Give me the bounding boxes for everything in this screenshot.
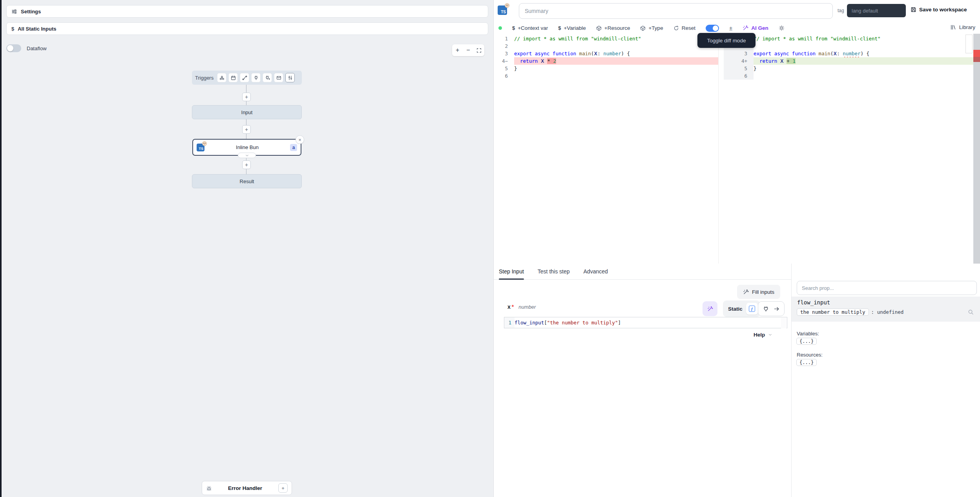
dataflow-row: Dataflow	[6, 44, 47, 52]
search-icon[interactable]	[968, 309, 974, 315]
bun-logo-icon	[505, 3, 509, 8]
package-icon	[640, 25, 646, 31]
code-line: 1// import * as wmill from "windmill-cli…	[494, 35, 718, 42]
line-number: 1	[504, 317, 515, 328]
custom-trigger-button[interactable]	[285, 73, 295, 82]
expression-scrollbar	[781, 318, 787, 328]
zoom-out-button[interactable]: −	[464, 46, 473, 55]
all-static-inputs-button[interactable]: $ All Static Inputs	[6, 22, 488, 35]
wand-icon	[707, 306, 713, 312]
zoom-in-button[interactable]: +	[453, 46, 462, 55]
summary-input[interactable]	[519, 3, 833, 19]
line-number: 1	[494, 35, 514, 42]
diff-original-pane[interactable]: 1// import * as wmill from "windmill-cli…	[494, 34, 718, 80]
add-type-button[interactable]: +Type	[640, 25, 663, 31]
expression-mode-button[interactable]: f	[746, 303, 758, 315]
step-node-inline-bun[interactable]: TS Inline Bun a ×	[192, 139, 301, 156]
editor-scrollbar[interactable]	[965, 35, 973, 53]
add-step-button[interactable]: +	[242, 125, 251, 134]
search-prop-input[interactable]	[797, 281, 977, 295]
step-editor-panel: TS tag Save to workspace $ +Context var …	[494, 0, 980, 497]
database-trigger-button[interactable]	[263, 73, 272, 82]
add-step-button[interactable]: +	[242, 93, 251, 101]
all-static-inputs-label: All Static Inputs	[18, 26, 56, 32]
diff-pane-separator	[718, 34, 724, 264]
delete-step-button[interactable]: ×	[296, 135, 304, 144]
variables-object-pill[interactable]: {...}	[796, 338, 817, 345]
tab-advanced[interactable]: Advanced	[584, 265, 608, 279]
library-button[interactable]: Library	[950, 24, 975, 30]
save-to-workspace-button[interactable]: Save to workspace	[911, 7, 967, 13]
resources-object-pill[interactable]: {...}	[796, 359, 817, 366]
dataflow-toggle[interactable]	[6, 44, 21, 52]
dollar-icon: $	[11, 26, 14, 32]
fill-inputs-button[interactable]: Fill inputs	[737, 285, 780, 299]
tab-step-input[interactable]: Step Input	[499, 265, 524, 279]
error-handler-node[interactable]: Error Handler +	[202, 481, 292, 495]
toggle-knob	[7, 45, 13, 51]
step-node-label: Inline Bun	[204, 144, 290, 150]
code-line: 2	[724, 42, 973, 50]
input-expression-editor[interactable]: 1flow_input["the number to multiply"]	[504, 317, 787, 328]
ai-fill-field-button[interactable]	[703, 301, 717, 316]
prop-key-pill[interactable]: the number to multiply	[797, 308, 869, 316]
line-number: 5	[724, 65, 754, 72]
tag-input[interactable]	[847, 4, 906, 17]
schedule-icon	[231, 75, 236, 80]
triggers-label: Triggers	[195, 75, 214, 81]
code-line: 1// import * as wmill from "windmill-cli…	[724, 35, 973, 42]
add-resource-button[interactable]: +Resource	[596, 25, 630, 31]
line-number: 6	[724, 72, 754, 80]
settings-button[interactable]: Settings	[6, 5, 488, 18]
connect-input-control	[758, 301, 785, 316]
save-icon	[911, 7, 916, 13]
tab-test-this-step[interactable]: Test this step	[538, 265, 570, 279]
webhook-trigger-button[interactable]	[217, 73, 226, 82]
input-node[interactable]: Input	[192, 105, 302, 119]
plug-icon[interactable]	[763, 306, 769, 312]
websocket-icon	[254, 75, 259, 80]
arrow-right-icon[interactable]	[774, 306, 779, 312]
code-line: 2	[494, 42, 718, 50]
code-line: 4+ return x + 1	[724, 57, 973, 65]
package-icon	[596, 25, 602, 31]
code-line: 6	[494, 72, 718, 80]
help-dropdown[interactable]: Help	[754, 332, 772, 338]
result-node[interactable]: Result	[192, 174, 302, 188]
step-tabs: Step InputTest this stepAdvanced	[494, 265, 791, 280]
add-step-button[interactable]: +	[242, 160, 251, 169]
email-trigger-button[interactable]	[274, 73, 283, 82]
editor-settings-button[interactable]	[779, 25, 785, 31]
reset-button[interactable]: Reset	[673, 25, 695, 31]
schedule-trigger-button[interactable]	[228, 73, 238, 82]
code-diff-editor[interactable]: 1// import * as wmill from "windmill-cli…	[494, 34, 980, 264]
font-size-control[interactable]: ±	[729, 25, 732, 31]
field-type: number	[518, 304, 536, 310]
diff-overview-ruler	[973, 34, 980, 264]
flow-input-prop-row[interactable]: flow_input the number to multiply : unde…	[792, 297, 980, 322]
step-id-badge: a	[290, 144, 297, 151]
result-node-label: Result	[240, 178, 254, 184]
line-number: 4+	[724, 57, 754, 65]
flow-graph-panel: Settings $ All Static Inputs Dataflow + …	[2, 0, 494, 497]
toggle-diff-mode-tooltip: Toggle diff mode	[697, 33, 756, 48]
route-trigger-button[interactable]	[240, 73, 249, 82]
code-line: 5}	[494, 65, 718, 72]
database-icon	[265, 75, 270, 80]
add-context-var-button[interactable]: $ +Context var	[512, 25, 548, 31]
custom-icon	[288, 75, 293, 80]
ai-gen-button[interactable]: AI Gen	[743, 25, 768, 31]
fit-view-button[interactable]	[474, 46, 483, 55]
status-dot	[498, 26, 502, 30]
diff-mode-toggle[interactable]	[706, 25, 719, 32]
windmill-flow-editor: Settings $ All Static Inputs Dataflow + …	[0, 0, 980, 497]
diff-modified-pane[interactable]: 1// import * as wmill from "windmill-cli…	[724, 34, 973, 80]
collapse-step-button[interactable]	[238, 153, 256, 158]
static-mode-label: Static	[728, 306, 743, 312]
websocket-trigger-button[interactable]	[251, 73, 261, 82]
add-error-handler-button[interactable]: +	[278, 483, 288, 493]
triggers-bar[interactable]: Triggers	[192, 71, 302, 85]
add-variable-button[interactable]: $ +Variable	[558, 25, 586, 31]
library-icon	[950, 24, 956, 30]
reset-icon	[673, 25, 679, 31]
